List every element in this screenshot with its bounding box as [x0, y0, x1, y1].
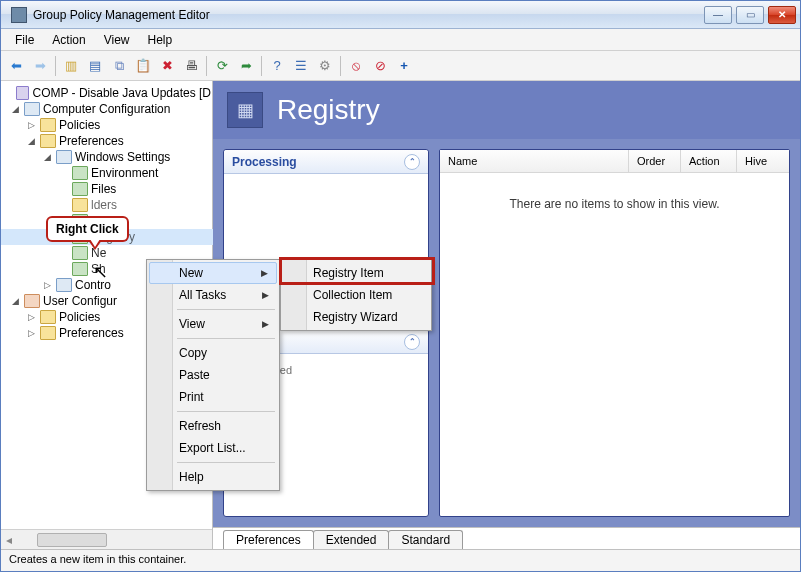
status-bar: Creates a new item in this container. — [1, 549, 800, 571]
filter-button[interactable]: ⚙ — [314, 55, 336, 77]
ctx-registry-wizard[interactable]: Registry Wizard — [283, 306, 429, 328]
ctx-collection-item[interactable]: Collection Item — [283, 284, 429, 306]
callout-right-click: Right Click — [46, 216, 129, 242]
print-button[interactable]: 🖶 — [180, 55, 202, 77]
tree-computer-config[interactable]: ◢Computer Configuration — [1, 101, 213, 117]
tab-preferences[interactable]: Preferences — [223, 530, 314, 549]
titlebar[interactable]: Group Policy Management Editor — ▭ ✕ — [1, 1, 800, 29]
context-submenu-new[interactable]: Registry Item Collection Item Registry W… — [280, 259, 432, 331]
tree-preferences[interactable]: ◢Preferences — [1, 133, 213, 149]
add-button[interactable]: + — [393, 55, 415, 77]
tab-strip: Preferences Extended Standard — [213, 527, 800, 549]
tree-folders[interactable]: lders — [1, 197, 213, 213]
ctx-view[interactable]: View▶ — [149, 313, 277, 335]
registry-icon: ▦ — [227, 92, 263, 128]
processing-title: Processing — [232, 155, 297, 169]
copy-button[interactable]: ⧉ — [108, 55, 130, 77]
ctx-copy[interactable]: Copy — [149, 342, 277, 364]
ctx-new[interactable]: New▶ — [149, 262, 277, 284]
tree-root[interactable]: COMP - Disable Java Updates [D — [1, 85, 213, 101]
refresh-button[interactable]: ⟳ — [211, 55, 233, 77]
tree-windows-settings[interactable]: ◢Windows Settings — [1, 149, 213, 165]
tab-extended[interactable]: Extended — [313, 530, 390, 549]
maximize-button[interactable]: ▭ — [736, 6, 764, 24]
window-title: Group Policy Management Editor — [33, 8, 704, 22]
ctx-export[interactable]: Export List... — [149, 437, 277, 459]
ctx-help[interactable]: Help — [149, 466, 277, 488]
delete-button[interactable]: ✖ — [156, 55, 178, 77]
menu-view[interactable]: View — [96, 31, 138, 49]
stop-button[interactable]: ⦸ — [345, 55, 367, 77]
tree-environment[interactable]: Environment — [1, 165, 213, 181]
ctx-registry-item[interactable]: Registry Item — [283, 262, 429, 284]
ctx-refresh[interactable]: Refresh — [149, 415, 277, 437]
main-title: Registry — [277, 94, 380, 126]
toolbar: ⬅ ➡ ▥ ▤ ⧉ 📋 ✖ 🖶 ⟳ ➦ ? ☰ ⚙ ⦸ ⊘ + — [1, 51, 800, 81]
export-button[interactable]: ➦ — [235, 55, 257, 77]
menu-file[interactable]: File — [7, 31, 42, 49]
forward-button[interactable]: ➡ — [29, 55, 51, 77]
new-button[interactable]: ▥ — [60, 55, 82, 77]
main-header: ▦ Registry — [213, 81, 800, 139]
col-hive[interactable]: Hive — [737, 150, 789, 172]
context-menu[interactable]: New▶ All Tasks▶ View▶ Copy Paste Print R… — [146, 259, 280, 491]
props-button[interactable]: ☰ — [290, 55, 312, 77]
menu-action[interactable]: Action — [44, 31, 93, 49]
disable-button[interactable]: ⊘ — [369, 55, 391, 77]
col-name[interactable]: Name — [440, 150, 629, 172]
items-table: Name Order Action Hive There are no item… — [439, 149, 790, 517]
menubar: File Action View Help — [1, 29, 800, 51]
tree-scrollbar[interactable]: ◂ — [1, 529, 212, 549]
help-button[interactable]: ? — [266, 55, 288, 77]
ctx-print[interactable]: Print — [149, 386, 277, 408]
col-order[interactable]: Order — [629, 150, 681, 172]
ctx-all-tasks[interactable]: All Tasks▶ — [149, 284, 277, 306]
back-button[interactable]: ⬅ — [5, 55, 27, 77]
tab-standard[interactable]: Standard — [388, 530, 463, 549]
list-button[interactable]: ▤ — [84, 55, 106, 77]
paste-button[interactable]: 📋 — [132, 55, 154, 77]
tree-files[interactable]: Files — [1, 181, 213, 197]
collapse-icon[interactable]: ⌃ — [404, 154, 420, 170]
app-icon — [11, 7, 27, 23]
close-button[interactable]: ✕ — [768, 6, 796, 24]
minimize-button[interactable]: — — [704, 6, 732, 24]
table-empty: There are no items to show in this view. — [440, 173, 789, 516]
app-window: Group Policy Management Editor — ▭ ✕ Fil… — [0, 0, 801, 572]
collapse-icon[interactable]: ⌃ — [404, 334, 420, 350]
col-action[interactable]: Action — [681, 150, 737, 172]
ctx-paste[interactable]: Paste — [149, 364, 277, 386]
tree-policies[interactable]: ▷Policies — [1, 117, 213, 133]
menu-help[interactable]: Help — [140, 31, 181, 49]
